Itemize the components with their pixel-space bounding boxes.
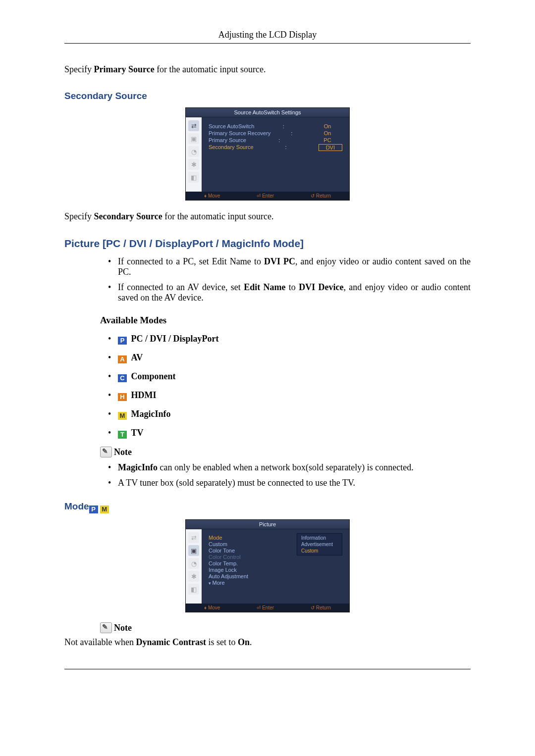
text: for the automatic input source.: [155, 64, 266, 74]
list-item: H HDMI: [108, 390, 471, 401]
text: to: [286, 282, 299, 292]
t-icon: T: [118, 431, 127, 439]
text-bold: MagicInfo: [118, 462, 158, 472]
osd-submenu-item-selected: Custom: [297, 548, 342, 554]
osd-footer-move: Move: [204, 193, 220, 199]
note-label: Note: [114, 623, 132, 633]
mode-label: TV: [131, 428, 144, 438]
note-label: Note: [114, 447, 132, 457]
text: If connected to an AV device, set: [118, 282, 244, 292]
list-item: A AV: [108, 353, 471, 363]
heading-secondary-source: Secondary Source: [64, 91, 471, 101]
osd-item: Auto Adjustment: [209, 573, 342, 579]
osd-title: Source AutoSwitch Settings: [186, 108, 349, 117]
list-item: MagicInfo can only be enabled when a net…: [108, 462, 471, 473]
osd-title: Picture: [186, 520, 349, 529]
picture-notes-list: If connected to a PC, set Edit Name to D…: [108, 256, 471, 303]
c-icon: C: [118, 374, 127, 382]
note-icon: [100, 447, 112, 457]
osd-footer-return: Return: [311, 193, 331, 199]
mode-label: MagicInfo: [131, 409, 171, 419]
mode-label: PC / DVI / DisplayPort: [131, 334, 219, 344]
osd-footer-enter: Enter: [257, 605, 274, 610]
text-bold: DVI PC: [264, 256, 295, 266]
settings-icon: ✱: [188, 159, 199, 170]
text-bold: Primary Source: [94, 64, 154, 74]
heading-mode: ModePM: [64, 501, 471, 513]
osd-label-selected: Secondary Source: [209, 144, 254, 151]
osd-label: Primary Source: [209, 137, 246, 143]
h-icon: H: [118, 393, 127, 401]
heading-available-modes: Available Modes: [100, 315, 471, 326]
note-heading: Note: [100, 622, 471, 633]
text: Specify: [64, 64, 94, 74]
page-header: Adjusting the LCD Display: [64, 30, 471, 40]
picture-icon: ▣: [188, 133, 199, 144]
note-heading: Note: [100, 447, 471, 457]
clock-icon: ◔: [188, 146, 199, 157]
clock-icon: ◔: [188, 558, 199, 569]
list-item: If connected to an AV device, set Edit N…: [108, 282, 471, 303]
osd-source-autoswitch: Source AutoSwitch Settings ⇄ ▣ ◔ ✱ ◧ Sou…: [185, 107, 350, 201]
divider-top: [64, 43, 471, 44]
text: If connected to a PC, set Edit Name to: [118, 256, 264, 266]
text: Specify: [64, 211, 94, 221]
mode-label: AV: [131, 353, 143, 362]
mode-label: Component: [131, 371, 176, 381]
osd-footer: Move Enter Return: [186, 192, 349, 200]
text-bold: Secondary Source: [94, 211, 162, 221]
multi-icon: ◧: [188, 584, 199, 595]
osd-footer-return: Return: [311, 605, 331, 610]
text-bold: DVI Device: [299, 282, 343, 292]
settings-icon: ✱: [188, 571, 199, 582]
list-item: A TV tuner box (sold separately) must be…: [108, 478, 471, 488]
osd-content: Mode Custom Color Tone Color Control Col…: [202, 529, 349, 604]
osd-value: On: [313, 123, 342, 129]
osd-submenu-item: Information: [297, 535, 342, 541]
osd-value: On: [313, 130, 342, 136]
text-bold: Dynamic Contrast: [136, 637, 206, 647]
list-item: If connected to a PC, set Edit Name to D…: [108, 256, 471, 277]
osd-value-selected: DVI: [319, 144, 342, 151]
osd-label: Primary Source Recovery: [209, 130, 270, 136]
text-bold: Edit Name: [244, 282, 285, 292]
note-text: Not available when Dynamic Contrast is s…: [64, 636, 471, 649]
osd-footer-enter: Enter: [257, 193, 274, 199]
multi-icon: ◧: [188, 172, 199, 183]
a-icon: A: [118, 355, 127, 363]
osd-content: Source AutoSwitch:On Primary Source Reco…: [202, 117, 349, 192]
osd-item-more: More: [209, 580, 342, 586]
text: A TV tuner box (sold separately) must be…: [118, 478, 355, 488]
input-icon: ⇄: [188, 120, 199, 131]
text: can only be enabled when a network box(s…: [158, 462, 414, 472]
m-icon: M: [100, 505, 109, 513]
osd-item: Color Temp.: [209, 560, 342, 566]
osd-icon-column: ⇄ ▣ ◔ ✱ ◧: [186, 117, 202, 192]
input-icon: ⇄: [188, 532, 199, 543]
primary-source-text: Specify Primary Source for the automatic…: [64, 63, 471, 76]
available-modes-list: P PC / DVI / DisplayPort A AV C Componen…: [108, 334, 471, 439]
p-icon: P: [89, 505, 98, 513]
text: Not available when: [64, 637, 136, 647]
picture-icon: ▣: [188, 545, 199, 556]
p-icon: P: [118, 337, 127, 345]
osd-label: Source AutoSwitch: [209, 123, 254, 129]
osd-footer-move: Move: [204, 605, 220, 610]
osd-value: PC: [313, 137, 342, 143]
osd-icon-column: ⇄ ▣ ◔ ✱ ◧: [186, 529, 202, 604]
divider-bottom: [64, 669, 471, 669]
list-item: T TV: [108, 428, 471, 439]
secondary-source-text: Specify Secondary Source for the automat…: [64, 210, 471, 223]
heading-text: Mode: [64, 501, 89, 511]
osd-footer: Move Enter Return: [186, 604, 349, 612]
note-icon: [100, 622, 112, 633]
list-item: C Component: [108, 371, 471, 382]
text: is set to: [206, 637, 238, 647]
osd-submenu-item: Advertisement: [297, 541, 342, 548]
list-item: P PC / DVI / DisplayPort: [108, 334, 471, 345]
heading-picture-mode: Picture [PC / DVI / DisplayPort / MagicI…: [64, 238, 471, 250]
text-bold: On: [238, 637, 250, 647]
m-icon: M: [118, 412, 127, 420]
note-list: MagicInfo can only be enabled when a net…: [108, 462, 471, 488]
list-item: M MagicInfo: [108, 409, 471, 420]
